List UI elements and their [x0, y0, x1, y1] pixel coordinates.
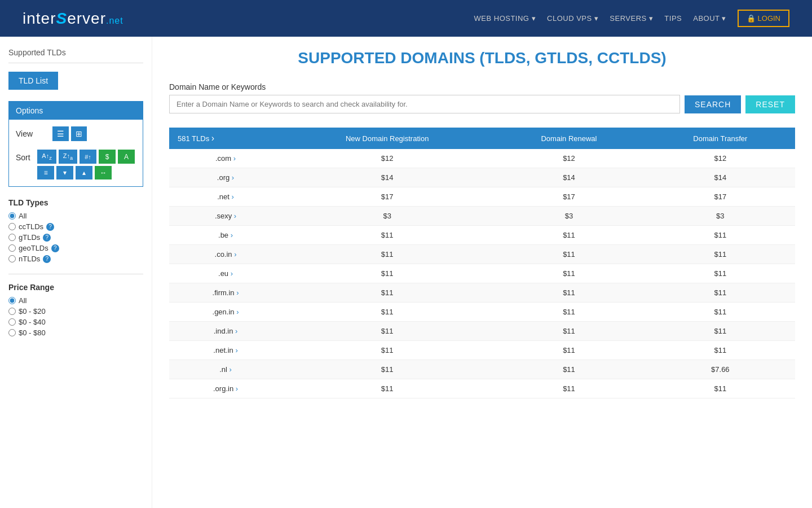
tld-cell[interactable]: .ind.in › [169, 322, 282, 341]
list-view-button[interactable]: ☰ [52, 126, 69, 141]
table-row: .org.in › $11 $11 $11 [169, 379, 795, 398]
price-0-80[interactable]: $0 - $80 [8, 329, 143, 337]
renewal-price-cell: $11 [492, 379, 645, 398]
reg-price-cell: $17 [282, 187, 492, 207]
tld-type-all[interactable]: All [8, 212, 143, 220]
renewal-price-cell: $11 [492, 226, 645, 245]
price-0-40[interactable]: $0 - $40 [8, 318, 143, 326]
site-header: interServer.net WEB HOSTING ▾ CLOUD VPS … [0, 0, 812, 37]
transfer-price-cell: $11 [646, 264, 795, 283]
sort-up-button[interactable]: ▴ [76, 166, 92, 179]
tld-cell[interactable]: .sexy › [169, 207, 282, 226]
sort-label: Sort [16, 150, 32, 162]
tld-cell[interactable]: .nl › [169, 360, 282, 379]
main-container: Supported TLDs TLD List Options View ☰ ⊞… [0, 37, 812, 508]
gtlds-help-icon[interactable]: ? [43, 234, 51, 242]
sort-row: Sort A↑z Z↑a #↑ $ A ≡ ▾ ▴ ↔ [16, 150, 136, 179]
transfer-price-cell: $11 [646, 283, 795, 303]
grid-view-button[interactable]: ⊞ [71, 126, 87, 141]
sort-down-button[interactable]: ▾ [56, 166, 73, 179]
tld-type-ntlds[interactable]: nTLDs ? [8, 255, 143, 263]
reg-price-cell: $14 [282, 168, 492, 187]
tld-cell[interactable]: .net.in › [169, 341, 282, 360]
tld-type-gtlds[interactable]: gTLDs ? [8, 233, 143, 242]
price-all[interactable]: All [8, 296, 143, 305]
tld-list-button[interactable]: TLD List [8, 72, 58, 90]
tips-nav[interactable]: TIPS [664, 14, 682, 23]
logo-arrow: S [56, 10, 67, 27]
reg-price-cell: $12 [282, 149, 492, 168]
tld-cell[interactable]: .org › [169, 168, 282, 187]
sort-alpha-button[interactable]: A [118, 150, 135, 164]
tld-cell[interactable]: .firm.in › [169, 283, 282, 303]
login-button[interactable]: 🔒 LOGIN [738, 10, 789, 27]
web-hosting-nav[interactable]: WEB HOSTING ▾ [474, 14, 536, 23]
table-row: .be › $11 $11 $11 [169, 226, 795, 245]
table-row: .sexy › $3 $3 $3 [169, 207, 795, 226]
search-button[interactable]: SEARCH [685, 95, 741, 113]
renewal-price-cell: $11 [492, 245, 645, 264]
tld-cell[interactable]: .co.in › [169, 245, 282, 264]
page-title: SUPPORTED DOMAINS (TLDS, GTLDS, CCTLDS) [169, 48, 795, 68]
options-box: Options View ☰ ⊞ Sort A↑z Z↑a #↑ [8, 101, 143, 187]
transfer-price-cell: $11 [646, 226, 795, 245]
reset-button[interactable]: RESET [745, 95, 795, 113]
tld-cell[interactable]: .be › [169, 226, 282, 245]
tld-cell[interactable]: .eu › [169, 264, 282, 283]
transfer-price-cell: $11 [646, 341, 795, 360]
sort-num-button[interactable]: #↑ [80, 150, 96, 164]
main-content: SUPPORTED DOMAINS (TLDS, GTLDS, CCTLDS) … [152, 37, 812, 508]
price-0-20[interactable]: $0 - $20 [8, 307, 143, 316]
renewal-price-cell: $17 [492, 187, 645, 207]
transfer-price-cell: $11 [646, 303, 795, 322]
tld-types-section: TLD Types All ccTLDs ? gTLDs ? geoTLDs ?… [8, 198, 143, 274]
search-section: Domain Name or Keywords SEARCH RESET [169, 82, 795, 113]
sort-az-asc-button[interactable]: A↑z [37, 150, 56, 164]
tld-type-cctlds[interactable]: ccTLDs ? [8, 222, 143, 231]
renewal-price-cell: $11 [492, 264, 645, 283]
reg-price-cell: $11 [282, 360, 492, 379]
tld-cell[interactable]: .gen.in › [169, 303, 282, 322]
cctlds-help-icon[interactable]: ? [46, 223, 54, 231]
about-nav[interactable]: ABOUT ▾ [693, 14, 726, 23]
table-row: .gen.in › $11 $11 $11 [169, 303, 795, 322]
renewal-price-cell: $11 [492, 283, 645, 303]
transfer-price-cell: $11 [646, 245, 795, 264]
view-row: View ☰ ⊞ [16, 126, 136, 141]
sort-za-desc-button[interactable]: Z↑a [59, 150, 77, 164]
servers-nav[interactable]: SERVERS ▾ [610, 14, 653, 23]
tld-cell[interactable]: .net › [169, 187, 282, 207]
table-row: .net.in › $11 $11 $11 [169, 341, 795, 360]
tld-type-geotlds[interactable]: geoTLDs ? [8, 244, 143, 252]
table-row: .org › $14 $14 $14 [169, 168, 795, 187]
col-tld[interactable]: 581 TLDs › [169, 128, 282, 149]
table-row: .net › $17 $17 $17 [169, 187, 795, 207]
ntlds-help-icon[interactable]: ? [43, 255, 51, 263]
transfer-price-cell: $3 [646, 207, 795, 226]
search-input[interactable] [169, 95, 680, 113]
tld-cell[interactable]: .org.in › [169, 379, 282, 398]
search-label: Domain Name or Keywords [169, 82, 795, 91]
reg-price-cell: $11 [282, 303, 492, 322]
table-row: .firm.in › $11 $11 $11 [169, 283, 795, 303]
renewal-price-cell: $11 [492, 303, 645, 322]
transfer-price-cell: $11 [646, 322, 795, 341]
main-nav: WEB HOSTING ▾ CLOUD VPS ▾ SERVERS ▾ TIPS… [474, 10, 789, 27]
geotlds-help-icon[interactable]: ? [51, 244, 59, 252]
logo-server: erver [67, 10, 106, 27]
logo-inter: inter [23, 10, 56, 27]
cloud-vps-nav[interactable]: CLOUD VPS ▾ [547, 14, 598, 23]
sort-list-button[interactable]: ≡ [37, 166, 54, 179]
sidebar-divider [8, 63, 143, 63]
table-row: .nl › $11 $11 $7.66 [169, 360, 795, 379]
table-row: .ind.in › $11 $11 $11 [169, 322, 795, 341]
transfer-price-cell: $7.66 [646, 360, 795, 379]
sort-width-button[interactable]: ↔ [95, 166, 112, 179]
options-header: Options [9, 102, 143, 120]
reg-price-cell: $11 [282, 226, 492, 245]
reg-price-cell: $11 [282, 245, 492, 264]
tld-cell[interactable]: .com › [169, 149, 282, 168]
renewal-price-cell: $11 [492, 360, 645, 379]
table-row: .com › $12 $12 $12 [169, 149, 795, 168]
sort-price-button[interactable]: $ [99, 150, 116, 164]
